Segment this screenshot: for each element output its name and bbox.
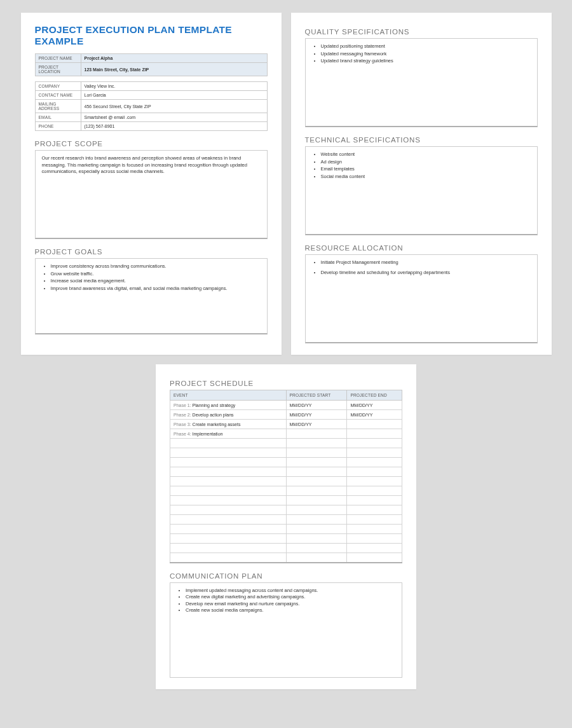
scope-box: Our recent research into brand awareness… [35, 150, 268, 239]
goals-box: Improve consistency across branding comm… [35, 258, 268, 334]
project-location-value: 123 Main Street, City, State ZIP [81, 63, 267, 76]
schedule-row-empty [170, 458, 402, 467]
schedule-row: Phase 1: Planning and strategy MM/DD/YY … [170, 401, 402, 410]
comm-item: Implement updated messaging across conte… [186, 587, 395, 594]
quality-item: Updated positioning statement [321, 43, 531, 50]
contact-name-label: CONTACT NAME [35, 91, 81, 100]
quality-item: Updated brand strategy guidelines [321, 58, 531, 65]
schedule-heading: PROJECT SCHEDULE [170, 380, 402, 387]
company-label: COMPANY [35, 82, 81, 91]
project-header-table: PROJECT NAME Project Alpha PROJECT LOCAT… [35, 53, 268, 76]
tech-item: Email templates [321, 166, 531, 173]
resource-item: Initiate Project Management meeting [321, 259, 531, 266]
project-name-label: PROJECT NAME [35, 54, 81, 63]
schedule-row-empty [170, 448, 402, 458]
schedule-col-event: EVENT [170, 390, 287, 401]
schedule-row: Phase 4: Implementation [170, 429, 402, 439]
technical-box: Website content Ad design Email template… [305, 146, 538, 235]
tech-item: Ad design [321, 159, 531, 166]
company-value: Valley View Inc. [81, 82, 267, 91]
schedule-col-end: PROJECTED END [347, 390, 402, 401]
schedule-row-empty [170, 515, 402, 525]
contact-name-value: Lori Garcia [81, 91, 267, 100]
schedule-col-start: PROJECTED START [286, 390, 347, 401]
tech-item: Social media content [321, 174, 531, 181]
quality-heading: QUALITY SPECIFICATIONS [305, 28, 538, 36]
phone-label: PHONE [35, 122, 81, 131]
communication-heading: COMMUNICATION PLAN [170, 572, 402, 580]
resource-item: Develop timeline and scheduling for over… [321, 270, 531, 277]
quality-item: Updated messaging framework [321, 51, 531, 58]
schedule-row-empty [170, 477, 402, 486]
phone-value: (123) 567-8901 [81, 122, 267, 131]
schedule-row: Phase 2: Develop action plans MM/DD/YY M… [170, 410, 402, 420]
schedule-row-empty [170, 496, 402, 505]
schedule-row-empty [170, 534, 402, 544]
quality-box: Updated positioning statement Updated me… [305, 38, 538, 127]
email-label: EMAIL [35, 113, 81, 122]
goal-item: Improve brand awareness via digital, ema… [51, 285, 261, 292]
comm-item: Create new digital marketing and adverti… [186, 594, 395, 601]
schedule-row-empty [170, 467, 402, 477]
goal-item: Grow website traffic. [51, 271, 261, 278]
comm-item: Create new social media campaigns. [186, 607, 395, 614]
page-3: PROJECT SCHEDULE EVENT PROJECTED START P… [156, 364, 416, 689]
communication-box: Implement updated messaging across conte… [170, 582, 402, 678]
page-1: PROJECT EXECUTION PLAN TEMPLATE EXAMPLE … [21, 13, 282, 355]
email-value: Smartsheet @ email .com [81, 113, 267, 122]
resource-box: Initiate Project Management meeting Deve… [305, 254, 538, 343]
schedule-row: Phase 3: Create marketing assets MM/DD/Y… [170, 420, 402, 429]
comm-item: Develop new email marketing and nurture … [186, 601, 395, 608]
schedule-row-empty [170, 486, 402, 496]
mailing-label: MAILING ADDRESS [35, 100, 81, 113]
schedule-row-empty [170, 553, 402, 563]
goal-item: Improve consistency across branding comm… [51, 263, 261, 270]
document-title: PROJECT EXECUTION PLAN TEMPLATE EXAMPLE [35, 24, 268, 47]
mailing-value: 456 Second Street, City State ZIP [81, 100, 267, 113]
scope-heading: PROJECT SCOPE [35, 140, 268, 148]
resource-heading: RESOURCE ALLOCATION [305, 244, 538, 252]
schedule-row-empty [170, 505, 402, 515]
project-location-label: PROJECT LOCATION [35, 63, 81, 76]
contact-table: COMPANYValley View Inc. CONTACT NAMELori… [35, 81, 268, 131]
tech-item: Website content [321, 151, 531, 158]
technical-heading: TECHNICAL SPECIFICATIONS [305, 136, 538, 144]
schedule-row-empty [170, 525, 402, 534]
schedule-row-empty [170, 544, 402, 553]
schedule-table: EVENT PROJECTED START PROJECTED END Phas… [170, 390, 402, 563]
scope-text: Our recent research into brand awareness… [42, 155, 247, 174]
goals-heading: PROJECT GOALS [35, 248, 268, 256]
goal-item: Increase social media engagement. [51, 278, 261, 285]
project-name-value: Project Alpha [81, 54, 267, 63]
schedule-row-empty [170, 439, 402, 448]
page-2: QUALITY SPECIFICATIONS Updated positioni… [291, 13, 552, 355]
